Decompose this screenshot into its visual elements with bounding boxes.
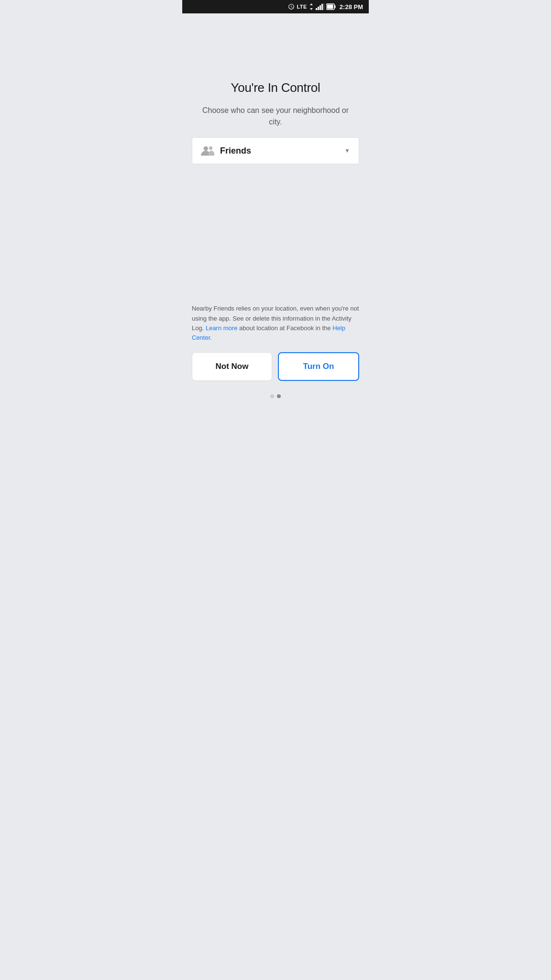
lte-indicator: LTE [297, 4, 307, 10]
svg-rect-2 [320, 5, 321, 10]
turn-on-button[interactable]: Turn On [278, 352, 359, 381]
title-section: You're In Control Choose who can see you… [182, 80, 369, 137]
friends-icon [201, 145, 214, 156]
svg-rect-3 [321, 4, 323, 10]
status-bar: LTE 2:28 PM [182, 0, 369, 13]
page-title: You're In Control [197, 80, 354, 95]
svg-rect-7 [334, 5, 335, 8]
status-time: 2:28 PM [340, 3, 363, 11]
svg-rect-6 [327, 5, 333, 9]
action-buttons: Not Now Turn On [192, 352, 359, 381]
chevron-down-icon: ▼ [344, 147, 350, 154]
disclaimer-text-after-link1: about location at Facebook in the [237, 324, 332, 332]
not-now-button[interactable]: Not Now [192, 352, 272, 381]
status-bar-right: LTE 2:28 PM [288, 3, 363, 11]
svg-rect-4 [323, 3, 324, 10]
audience-dropdown[interactable]: Friends ▼ [192, 137, 359, 164]
dropdown-inner[interactable]: Friends ▼ [192, 138, 359, 164]
middle-spacer [182, 174, 369, 304]
signal-icon [316, 3, 324, 10]
svg-point-9 [209, 146, 212, 150]
page-subtitle: Choose who can see your neighborhood or … [197, 105, 354, 128]
page-dot-1 [270, 394, 274, 398]
svg-rect-1 [318, 7, 319, 10]
page-indicator [182, 390, 369, 404]
svg-point-8 [204, 146, 208, 151]
learn-more-link[interactable]: Learn more [206, 324, 237, 332]
alarm-icon [288, 3, 295, 10]
svg-rect-0 [316, 8, 317, 10]
battery-icon [326, 3, 336, 10]
top-spacer [182, 13, 369, 80]
dropdown-selected-value: Friends [220, 146, 344, 156]
page-dot-2 [277, 394, 281, 398]
bottom-section: Nearby Friends relies on your location, … [182, 304, 369, 390]
disclaimer-text: Nearby Friends relies on your location, … [192, 304, 359, 343]
data-transfer-icon [309, 3, 314, 10]
disclaimer-text-end: . [210, 334, 212, 341]
main-content: You're In Control Choose who can see you… [182, 13, 369, 404]
